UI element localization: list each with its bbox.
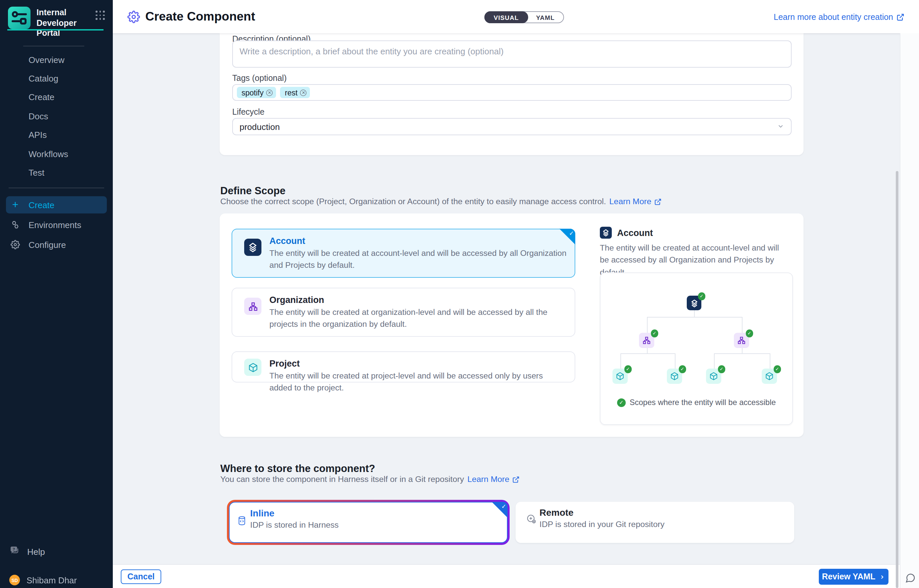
- sidebar-item-workflows[interactable]: Workflows: [0, 144, 113, 163]
- storage-title: Where to store the component?: [220, 463, 375, 475]
- sidebar-section-divider: [9, 187, 104, 188]
- chat-bubble-icon[interactable]: [905, 573, 916, 586]
- scope-option-project[interactable]: Project The entity will be created at pr…: [232, 351, 575, 383]
- toggle-yaml[interactable]: YAML: [527, 12, 563, 23]
- storage-option-remote[interactable]: Remote IDP is stored in your Git reposit…: [515, 502, 794, 543]
- brand-title: Internal Developer Portal: [37, 8, 88, 39]
- inline-database-icon: [238, 516, 246, 528]
- check-badge-icon: ✓: [718, 365, 725, 373]
- tree-project-node: ✓: [762, 368, 777, 384]
- check-badge-icon: ✓: [698, 292, 705, 300]
- define-scope-subtitle: Choose the correct scope (Project, Organ…: [220, 197, 661, 206]
- check-badge-icon: ✓: [746, 330, 753, 337]
- external-link-icon: [896, 13, 904, 21]
- chevron-right-icon: [880, 574, 885, 580]
- organization-sitemap-icon: [244, 298, 261, 315]
- check-badge-icon: ✓: [651, 330, 658, 337]
- help-label: Help: [27, 546, 45, 557]
- tag-chip-label: rest: [285, 89, 298, 97]
- avatar: SD: [9, 575, 20, 585]
- sidebar-item-apis[interactable]: APIs: [0, 126, 113, 144]
- scope-panel: Account The entity will be created at ac…: [220, 213, 804, 437]
- review-yaml-label: Review YAML: [822, 572, 875, 582]
- right-rail: [900, 33, 919, 588]
- toggle-visual[interactable]: VISUAL: [485, 11, 528, 23]
- app-switcher-icon[interactable]: [96, 11, 105, 20]
- scope-option-account[interactable]: Account The entity will be created at ac…: [232, 229, 575, 278]
- cancel-button[interactable]: Cancel: [121, 569, 161, 584]
- scope-preview-header: Account: [600, 227, 653, 239]
- nav-divider: [23, 46, 84, 47]
- scope-option-organization[interactable]: Organization The entity will be created …: [232, 288, 575, 337]
- sidebar-action-configure[interactable]: Configure: [6, 236, 107, 253]
- scope-option-description: The entity will be created at organizati…: [269, 306, 567, 330]
- footer-action-bar: Cancel Review YAML: [113, 564, 900, 588]
- remote-git-icon: [526, 514, 537, 527]
- tags-label: Tags (optional): [232, 74, 287, 83]
- tree-organization-node: ✓: [734, 333, 749, 348]
- scope-tree-diagram: ✓ ✓ ✓ ✓ ✓: [600, 273, 793, 425]
- storage-option-title: Inline: [250, 508, 274, 519]
- scope-option-description: The entity will be created at account-le…: [269, 247, 567, 271]
- storage-option-inline-highlight-ring: Inline IDP is stored in Harness ✓: [227, 500, 510, 545]
- visual-yaml-toggle: VISUAL YAML: [485, 11, 564, 23]
- tag-chip-label: spotify: [242, 89, 264, 97]
- remove-tag-icon[interactable]: ✕: [300, 89, 307, 96]
- tree-project-node: ✓: [613, 368, 628, 384]
- app-window: Internal Developer Portal Overview Catal…: [0, 0, 919, 588]
- check-badge-icon: ✓: [773, 365, 781, 373]
- plus-icon: +: [10, 200, 21, 210]
- sidebar-item-catalog[interactable]: Catalog: [0, 69, 113, 88]
- sidebar-action-environments-label: Environments: [29, 220, 81, 230]
- sidebar-item-create[interactable]: Create: [0, 88, 113, 107]
- selected-check-icon: ✓: [559, 229, 575, 245]
- tree-project-node: ✓: [706, 368, 721, 384]
- sidebar-action-create-label: Create: [29, 200, 54, 210]
- main-area: Create Component VISUAL YAML Learn more …: [113, 0, 919, 588]
- scope-learn-more-link[interactable]: Learn More: [609, 197, 661, 206]
- storage-subtitle: You can store the component in Harness i…: [220, 475, 519, 484]
- tree-account-node: ✓: [687, 296, 701, 310]
- environments-icon: [10, 220, 21, 229]
- remove-tag-icon[interactable]: ✕: [266, 89, 273, 96]
- scope-preview-title: Account: [617, 228, 653, 237]
- svg-text:?: ?: [13, 547, 15, 551]
- storage-learn-more-link[interactable]: Learn More: [467, 475, 520, 484]
- account-layers-icon: [244, 239, 261, 256]
- storage-subtitle-text: You can store the component in Harness i…: [220, 475, 464, 484]
- entity-details-card: Description (optional) Tags (optional) s…: [220, 33, 804, 155]
- user-menu[interactable]: SD Shibam Dhar: [6, 572, 107, 588]
- define-scope-title: Define Scope: [220, 185, 285, 197]
- sidebar-item-overview[interactable]: Overview: [0, 50, 113, 69]
- scope-tree-caption: ✓ Scopes where the entity will be access…: [600, 398, 792, 407]
- lifecycle-select[interactable]: production: [232, 118, 792, 135]
- storage-option-inline[interactable]: Inline IDP is stored in Harness ✓: [229, 502, 507, 543]
- tree-project-node: ✓: [667, 368, 682, 384]
- tag-chip: spotify ✕: [237, 87, 276, 98]
- sidebar-item-docs[interactable]: Docs: [0, 107, 113, 126]
- sidebar-nav: Overview Catalog Create Docs APIs Workfl…: [0, 50, 113, 182]
- account-layers-icon: [600, 227, 612, 239]
- external-link-icon: [654, 198, 661, 205]
- lifecycle-value: production: [240, 122, 280, 132]
- tree-organization-node: ✓: [639, 333, 654, 348]
- lifecycle-label: Lifecycle: [232, 107, 264, 117]
- storage-option-description: IDP is stored in your Git repository: [540, 520, 665, 529]
- gear-icon: [10, 240, 21, 249]
- check-badge-icon: ✓: [617, 398, 626, 407]
- scope-option-title: Account: [269, 236, 305, 246]
- project-cube-icon: [244, 359, 261, 376]
- storage-option-title: Remote: [540, 507, 574, 518]
- brand-row: Internal Developer Portal: [8, 6, 105, 39]
- sidebar-action-create[interactable]: + Create: [6, 196, 107, 213]
- sidebar-item-test[interactable]: Test: [0, 163, 113, 182]
- learn-more-entity-creation-link[interactable]: Learn more about entity creation: [774, 13, 904, 22]
- help-button[interactable]: ? Help: [6, 543, 107, 560]
- description-input[interactable]: [232, 40, 792, 68]
- help-chat-icon: ?: [9, 546, 21, 557]
- check-badge-icon: ✓: [624, 365, 632, 373]
- vertical-scrollbar[interactable]: [896, 171, 898, 588]
- review-yaml-button[interactable]: Review YAML: [819, 569, 888, 585]
- sidebar-action-environments[interactable]: Environments: [6, 216, 107, 233]
- tags-input[interactable]: spotify ✕ rest ✕: [232, 84, 792, 101]
